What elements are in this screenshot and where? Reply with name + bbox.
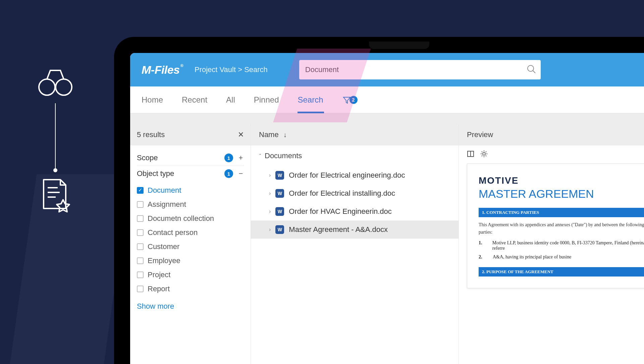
svg-point-6 xyxy=(528,65,534,71)
chevron-right-icon: › xyxy=(269,190,271,196)
filter-option-label: Documetn collection xyxy=(148,214,214,223)
app-screen: M-Files® Project Vault > Search Home Rec… xyxy=(130,53,644,364)
preview-document: MOTIVE MASTER AGREEMEN 1. CONTRACTING PA… xyxy=(467,164,644,288)
result-item[interactable]: ›WOrder for HVAC Engineerin.doc xyxy=(251,202,459,221)
word-doc-icon: W xyxy=(275,207,284,216)
word-doc-icon: W xyxy=(275,225,284,234)
tab-pinned[interactable]: Pinned xyxy=(254,86,279,113)
chevron-right-icon: › xyxy=(269,172,271,178)
doc-section-1: 1. CONTRACTING PARTIES xyxy=(479,208,644,217)
columns: 5 results ✕ Scope 1 + Object type xyxy=(130,124,644,364)
breadcrumb[interactable]: Project Vault > Search xyxy=(195,65,268,74)
result-item[interactable]: ›WMaster Agreement - A&A.docx xyxy=(251,221,459,239)
svg-line-18 xyxy=(482,156,482,156)
filter-option[interactable]: Report xyxy=(137,282,244,296)
facet-block: Scope 1 + Object type 1 − xyxy=(130,145,251,181)
checkbox-icon xyxy=(137,271,144,278)
chevron-right-icon: › xyxy=(269,227,271,233)
filter-option-label: Project xyxy=(148,270,170,279)
object-type-collapse-icon[interactable]: − xyxy=(238,169,244,178)
app-header: M-Files® Project Vault > Search xyxy=(130,53,644,86)
filter-indicator[interactable]: 2 xyxy=(342,95,358,105)
word-doc-icon: W xyxy=(275,171,284,180)
app-logo: M-Files® xyxy=(142,63,183,76)
filter-option-label: Document xyxy=(148,186,181,195)
sort-arrow-icon: ↓ xyxy=(283,131,287,139)
checkbox-icon xyxy=(137,229,144,236)
party2-text: A&A, having its principal place of busin… xyxy=(493,254,571,260)
result-item[interactable]: ›WOrder for Electrical engineering.doc xyxy=(251,166,459,184)
laptop-frame: M-Files® Project Vault > Search Home Rec… xyxy=(114,37,644,364)
facet-scope[interactable]: Scope 1 + xyxy=(137,150,244,166)
svg-line-16 xyxy=(486,156,486,156)
tab-bar: Home Recent All Pinned Search 2 xyxy=(130,86,644,113)
doc-parties: 1. Motive LLP, business identity code 00… xyxy=(479,240,644,260)
filter-option-label: Assignment xyxy=(148,200,186,209)
filter-option[interactable]: Assignment xyxy=(137,197,244,211)
svg-line-17 xyxy=(486,151,486,152)
tab-all[interactable]: All xyxy=(226,86,235,113)
filter-option[interactable]: Document xyxy=(137,183,244,197)
facet-object-type-label: Object type xyxy=(137,169,174,178)
results-header[interactable]: Name ↓ xyxy=(251,124,459,145)
scope-expand-icon[interactable]: + xyxy=(238,154,244,162)
result-name: Master Agreement - A&A.docx xyxy=(289,225,388,234)
scope-count-badge: 1 xyxy=(224,154,233,162)
results-group[interactable]: ˄ Documents xyxy=(251,145,459,166)
filter-option-label: Report xyxy=(148,285,170,293)
svg-line-15 xyxy=(482,151,482,152)
filter-option[interactable]: Contact person xyxy=(137,226,244,240)
result-item[interactable]: ›WOrder for Electrical installing.doc xyxy=(251,184,459,202)
tab-recent[interactable]: Recent xyxy=(182,86,207,113)
side-decoration xyxy=(37,67,74,213)
group-label: Documents xyxy=(265,151,302,160)
search-wrapper xyxy=(299,60,541,79)
doc-section-2: 2. PURPOSE OF THE AGREEMENT xyxy=(479,267,644,277)
svg-point-1 xyxy=(56,79,72,95)
filter-option-label: Employee xyxy=(148,256,180,265)
preview-column: Preview MOTIVE MASTER AGREEMEN 1. CONTRA… xyxy=(459,124,644,364)
gear-icon[interactable] xyxy=(480,150,488,159)
object-type-options: DocumentAssignmentDocumetn collectionCon… xyxy=(130,181,251,299)
binoculars-icon xyxy=(37,67,74,97)
checkbox-icon xyxy=(137,286,144,292)
filter-option[interactable]: Documetn collection xyxy=(137,211,244,226)
document-star-icon xyxy=(37,176,74,213)
facet-scope-label: Scope xyxy=(137,154,158,162)
object-type-count-badge: 1 xyxy=(224,169,233,178)
tab-home[interactable]: Home xyxy=(142,86,163,113)
party1-text: Motive LLP, business identity code 0000,… xyxy=(492,240,644,251)
filter-option[interactable]: Project xyxy=(137,268,244,282)
search-input[interactable] xyxy=(299,60,541,79)
party1-num: 1. xyxy=(479,240,486,251)
search-icon[interactable] xyxy=(527,64,536,75)
svg-point-0 xyxy=(39,79,55,95)
checkbox-icon xyxy=(137,257,144,264)
doc-intro: This Agreement with its appendices and a… xyxy=(479,221,644,236)
party2-num: 2. xyxy=(479,254,486,260)
facet-object-type[interactable]: Object type 1 − xyxy=(137,166,244,181)
doc-title: MASTER AGREEMEN xyxy=(479,187,644,200)
preview-toolbar xyxy=(459,145,644,164)
filter-option[interactable]: Employee xyxy=(137,254,244,268)
result-name: Order for Electrical installing.doc xyxy=(289,189,395,198)
result-name: Order for HVAC Engineerin.doc xyxy=(289,207,392,216)
layout-icon[interactable] xyxy=(467,150,474,159)
results-sort-label: Name xyxy=(259,130,279,139)
checkbox-icon xyxy=(137,215,144,222)
doc-brand: MOTIVE xyxy=(479,175,644,186)
laptop-notch xyxy=(369,42,429,49)
show-more-link[interactable]: Show more xyxy=(130,299,251,313)
spacer-strip xyxy=(130,113,644,124)
filter-column: 5 results ✕ Scope 1 + Object type xyxy=(130,124,251,364)
word-doc-icon: W xyxy=(275,189,284,198)
tab-search[interactable]: Search xyxy=(298,86,323,113)
filter-count-badge: 2 xyxy=(350,96,358,104)
close-icon[interactable]: ✕ xyxy=(238,130,244,139)
preview-label: Preview xyxy=(467,130,493,139)
caret-up-icon: ˄ xyxy=(259,153,261,159)
checkbox-icon xyxy=(137,243,144,250)
checkbox-icon xyxy=(137,201,144,208)
filter-option[interactable]: Customer xyxy=(137,240,244,254)
app-logo-text: M-Files xyxy=(142,63,180,76)
